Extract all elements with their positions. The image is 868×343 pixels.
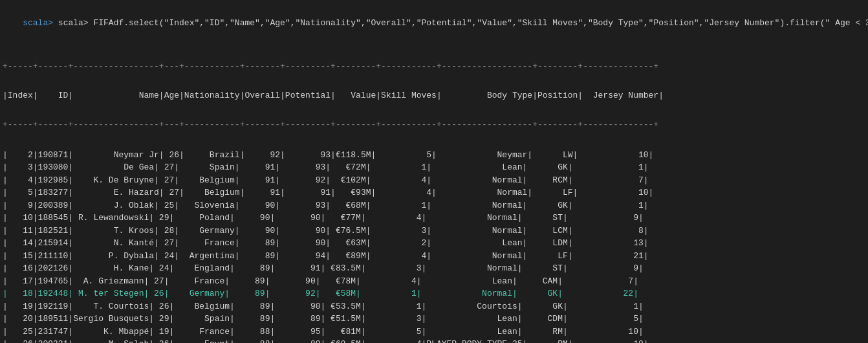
table-row: | 9|200389| J. Oblak| 25| Slovenia| 90| … (3, 199, 865, 212)
table-rows: | 2|190871| Neymar Jr| 26| Brazil| 92| 9… (3, 149, 865, 344)
separator-mid: +-----+------+-----------------+---+----… (3, 120, 865, 129)
table-row: | 15|211110| P. Dybala| 24| Argentina| 8… (3, 250, 865, 263)
separator-top: +-----+------+-----------------+---+----… (3, 61, 865, 71)
table-row: | 19|192119| T. Courtois| 26| Belgium| 8… (3, 300, 865, 313)
table-row: | 14|215914| N. Kanté| 27| France| 89| 9… (3, 237, 865, 250)
table-row: | 4|192985| K. De Bruyne| 27| Belgium| 9… (3, 174, 865, 187)
table-container: +-----+------+-----------------+---+----… (0, 42, 868, 344)
table-row: | 17|194765| A. Griezmann| 27| France| 8… (3, 275, 865, 288)
prompt: scala> (23, 18, 58, 28)
table-row: | 3|193080| De Gea| 27| Spain| 91| 93| €… (3, 161, 865, 174)
command-line: scala> scala> FIFAdf.select("Index","ID"… (0, 4, 868, 42)
table-row: | 10|188545| R. Lewandowski| 29| Poland|… (3, 212, 865, 225)
table-row: | 25|231747| K. Mbappé| 19| France| 88| … (3, 326, 865, 338)
command-text: scala> FIFAdf.select("Index","ID","Name"… (58, 18, 868, 28)
table-row: | 18|192448| M. ter Stegen| 26| Germany|… (3, 287, 865, 300)
table-row: | 20|189511|Sergio Busquets| 29| Spain| … (3, 313, 865, 326)
terminal: scala> scala> FIFAdf.select("Index","ID"… (0, 0, 868, 343)
table-row: | 11|182521| T. Kroos| 28| Germany| 90| … (3, 225, 865, 238)
table-row: | 26|209331| M. Salah| 26| Egypt| 88| 89… (3, 338, 865, 343)
table-row: | 16|202126| H. Kane| 24| England| 89| 9… (3, 262, 865, 275)
table-row: | 5|183277| E. Hazard| 27| Belgium| 91| … (3, 186, 865, 199)
table-header: |Index| ID| Name|Age|Nationality|Overall… (3, 91, 865, 100)
table-row: | 2|190871| Neymar Jr| 26| Brazil| 92| 9… (3, 149, 865, 162)
